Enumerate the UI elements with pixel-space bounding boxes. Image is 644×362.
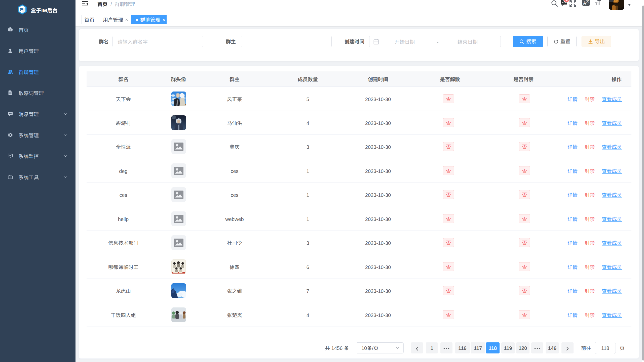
svg-text:A: A xyxy=(583,1,586,6)
svg-text:文: 文 xyxy=(586,0,589,3)
